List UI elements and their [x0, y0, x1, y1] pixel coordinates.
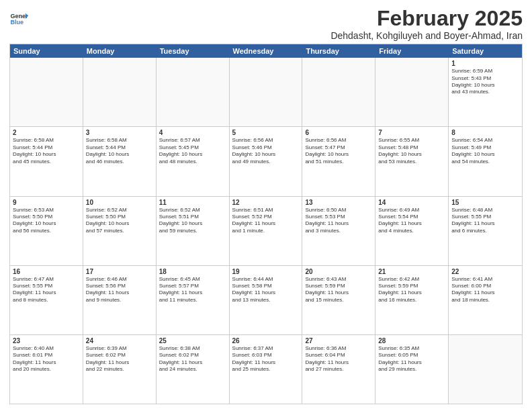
calendar-cell: 10Sunrise: 6:52 AM Sunset: 5:50 PM Dayli… — [83, 197, 157, 265]
page: General Blue February 2025 Dehdasht, Koh… — [0, 0, 532, 411]
calendar-cell: 28Sunrise: 6:35 AM Sunset: 6:05 PM Dayli… — [375, 335, 449, 404]
calendar-cell: 15Sunrise: 6:48 AM Sunset: 5:55 PM Dayli… — [449, 197, 522, 265]
calendar-cell: 25Sunrise: 6:38 AM Sunset: 6:02 PM Dayli… — [157, 335, 230, 404]
day-info: Sunrise: 6:56 AM Sunset: 5:47 PM Dayligh… — [305, 137, 372, 165]
day-number: 3 — [86, 129, 153, 136]
calendar-cell: 5Sunrise: 6:56 AM Sunset: 5:46 PM Daylig… — [230, 127, 303, 195]
calendar: Sunday Monday Tuesday Wednesday Thursday… — [9, 44, 523, 404]
day-number: 14 — [378, 199, 445, 206]
header-monday: Monday — [83, 44, 157, 58]
calendar-cell: 22Sunrise: 6:41 AM Sunset: 6:00 PM Dayli… — [449, 266, 522, 334]
header-tuesday: Tuesday — [157, 44, 230, 58]
day-info: Sunrise: 6:45 AM Sunset: 5:57 PM Dayligh… — [159, 276, 226, 304]
day-number: 12 — [232, 199, 300, 206]
day-info: Sunrise: 6:55 AM Sunset: 5:48 PM Dayligh… — [378, 137, 445, 165]
calendar-cell: 26Sunrise: 6:37 AM Sunset: 6:03 PM Dayli… — [230, 335, 303, 404]
day-number: 17 — [86, 268, 153, 275]
day-number: 11 — [159, 199, 226, 206]
logo-icon: General Blue — [9, 9, 28, 28]
calendar-cell: 4Sunrise: 6:57 AM Sunset: 5:45 PM Daylig… — [157, 127, 230, 195]
subtitle: Dehdasht, Kohgiluyeh and Boyer-Ahmad, Ir… — [330, 30, 523, 41]
calendar-cell: 17Sunrise: 6:46 AM Sunset: 5:56 PM Dayli… — [83, 266, 157, 334]
calendar-cell: 6Sunrise: 6:56 AM Sunset: 5:47 PM Daylig… — [302, 127, 375, 195]
day-number: 8 — [451, 129, 519, 136]
calendar-cell: 7Sunrise: 6:55 AM Sunset: 5:48 PM Daylig… — [375, 127, 449, 195]
day-number: 22 — [451, 268, 519, 275]
day-info: Sunrise: 6:40 AM Sunset: 6:01 PM Dayligh… — [13, 345, 80, 373]
day-info: Sunrise: 6:56 AM Sunset: 5:46 PM Dayligh… — [232, 137, 300, 165]
calendar-cell — [375, 58, 449, 126]
calendar-week-2: 2Sunrise: 6:58 AM Sunset: 5:44 PM Daylig… — [10, 127, 522, 196]
day-number: 18 — [159, 268, 226, 275]
day-number: 4 — [159, 129, 226, 136]
title-block: February 2025 Dehdasht, Kohgiluyeh and B… — [330, 7, 523, 41]
header-friday: Friday — [375, 44, 449, 58]
day-info: Sunrise: 6:48 AM Sunset: 5:55 PM Dayligh… — [451, 207, 519, 235]
day-info: Sunrise: 6:47 AM Sunset: 5:55 PM Dayligh… — [13, 276, 80, 304]
header-thursday: Thursday — [302, 44, 375, 58]
day-info: Sunrise: 6:53 AM Sunset: 5:50 PM Dayligh… — [13, 207, 80, 235]
calendar-week-5: 23Sunrise: 6:40 AM Sunset: 6:01 PM Dayli… — [10, 335, 522, 404]
day-number: 21 — [378, 268, 445, 275]
header-saturday: Saturday — [449, 44, 522, 58]
day-number: 1 — [451, 60, 519, 67]
calendar-cell: 23Sunrise: 6:40 AM Sunset: 6:01 PM Dayli… — [10, 335, 83, 404]
calendar-cell: 18Sunrise: 6:45 AM Sunset: 5:57 PM Dayli… — [157, 266, 230, 334]
day-info: Sunrise: 6:38 AM Sunset: 6:02 PM Dayligh… — [159, 345, 226, 373]
day-info: Sunrise: 6:59 AM Sunset: 5:43 PM Dayligh… — [451, 68, 519, 96]
day-number: 27 — [305, 337, 372, 345]
calendar-cell: 24Sunrise: 6:39 AM Sunset: 6:02 PM Dayli… — [83, 335, 157, 404]
calendar-cell — [10, 58, 83, 126]
day-number: 23 — [13, 337, 80, 345]
day-number: 5 — [232, 129, 300, 136]
day-info: Sunrise: 6:52 AM Sunset: 5:50 PM Dayligh… — [86, 207, 153, 235]
day-number: 9 — [13, 199, 80, 206]
day-number: 10 — [86, 199, 153, 206]
day-number: 16 — [13, 268, 80, 275]
day-number: 19 — [232, 268, 300, 275]
calendar-cell — [449, 335, 522, 404]
calendar-cell: 27Sunrise: 6:36 AM Sunset: 6:04 PM Dayli… — [302, 335, 375, 404]
calendar-cell: 21Sunrise: 6:42 AM Sunset: 5:59 PM Dayli… — [375, 266, 449, 334]
svg-text:Blue: Blue — [10, 19, 24, 26]
calendar-cell: 14Sunrise: 6:49 AM Sunset: 5:54 PM Dayli… — [375, 197, 449, 265]
calendar-cell: 12Sunrise: 6:51 AM Sunset: 5:52 PM Dayli… — [230, 197, 303, 265]
calendar-cell: 8Sunrise: 6:54 AM Sunset: 5:49 PM Daylig… — [449, 127, 522, 195]
day-info: Sunrise: 6:41 AM Sunset: 6:00 PM Dayligh… — [451, 276, 519, 304]
day-number: 26 — [232, 337, 300, 345]
calendar-cell: 20Sunrise: 6:43 AM Sunset: 5:59 PM Dayli… — [302, 266, 375, 334]
header-sunday: Sunday — [10, 44, 83, 58]
calendar-cell: 2Sunrise: 6:58 AM Sunset: 5:44 PM Daylig… — [10, 127, 83, 195]
calendar-cell: 1Sunrise: 6:59 AM Sunset: 5:43 PM Daylig… — [449, 58, 522, 126]
calendar-week-1: 1Sunrise: 6:59 AM Sunset: 5:43 PM Daylig… — [10, 58, 522, 127]
calendar-cell — [230, 58, 303, 126]
day-info: Sunrise: 6:54 AM Sunset: 5:49 PM Dayligh… — [451, 137, 519, 165]
calendar-cell: 11Sunrise: 6:52 AM Sunset: 5:51 PM Dayli… — [157, 197, 230, 265]
day-info: Sunrise: 6:35 AM Sunset: 6:05 PM Dayligh… — [378, 345, 445, 373]
day-info: Sunrise: 6:46 AM Sunset: 5:56 PM Dayligh… — [86, 276, 153, 304]
calendar-cell — [157, 58, 230, 126]
calendar-cell: 13Sunrise: 6:50 AM Sunset: 5:53 PM Dayli… — [302, 197, 375, 265]
calendar-body: 1Sunrise: 6:59 AM Sunset: 5:43 PM Daylig… — [10, 58, 522, 404]
day-info: Sunrise: 6:57 AM Sunset: 5:45 PM Dayligh… — [159, 137, 226, 165]
calendar-cell: 9Sunrise: 6:53 AM Sunset: 5:50 PM Daylig… — [10, 197, 83, 265]
day-info: Sunrise: 6:58 AM Sunset: 5:44 PM Dayligh… — [13, 137, 80, 165]
day-number: 2 — [13, 129, 80, 136]
day-number: 7 — [378, 129, 445, 136]
header: General Blue February 2025 Dehdasht, Koh… — [9, 7, 523, 41]
header-wednesday: Wednesday — [230, 44, 303, 58]
day-info: Sunrise: 6:37 AM Sunset: 6:03 PM Dayligh… — [232, 345, 300, 373]
calendar-cell: 19Sunrise: 6:44 AM Sunset: 5:58 PM Dayli… — [230, 266, 303, 334]
day-info: Sunrise: 6:43 AM Sunset: 5:59 PM Dayligh… — [305, 276, 372, 304]
day-info: Sunrise: 6:44 AM Sunset: 5:58 PM Dayligh… — [232, 276, 300, 304]
calendar-cell: 16Sunrise: 6:47 AM Sunset: 5:55 PM Dayli… — [10, 266, 83, 334]
day-number: 25 — [159, 337, 226, 345]
day-info: Sunrise: 6:42 AM Sunset: 5:59 PM Dayligh… — [378, 276, 445, 304]
day-info: Sunrise: 6:58 AM Sunset: 5:44 PM Dayligh… — [86, 137, 153, 165]
day-info: Sunrise: 6:51 AM Sunset: 5:52 PM Dayligh… — [232, 207, 300, 235]
calendar-cell: 3Sunrise: 6:58 AM Sunset: 5:44 PM Daylig… — [83, 127, 157, 195]
day-number: 20 — [305, 268, 372, 275]
day-info: Sunrise: 6:50 AM Sunset: 5:53 PM Dayligh… — [305, 207, 372, 235]
calendar-header: Sunday Monday Tuesday Wednesday Thursday… — [10, 44, 522, 58]
day-number: 6 — [305, 129, 372, 136]
